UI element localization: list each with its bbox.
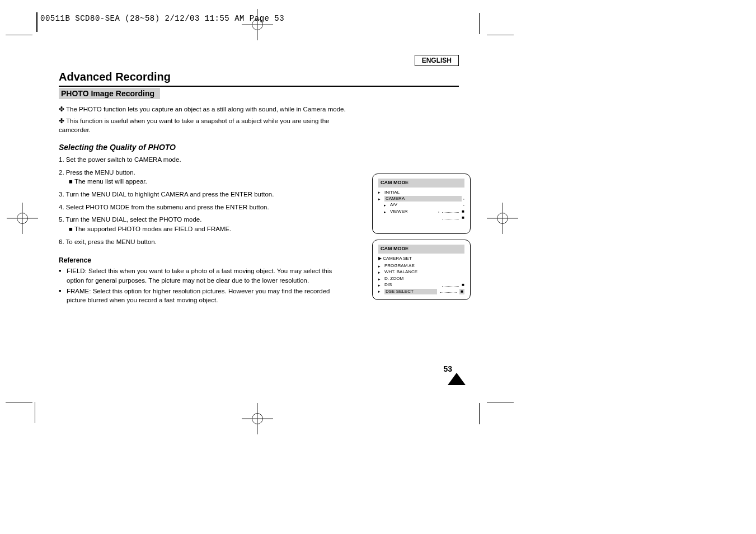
osd-row-label: INITIAL [384,190,464,195]
pointer-icon: ▸ [378,196,383,202]
reference-item: FIELD: Select this when you want to take… [59,266,350,285]
osd-row-label: WHT. BALANCE [384,269,464,275]
step-note: ■ The menu list will appear. [59,177,341,186]
subsection-title: PHOTO Image Recording [59,88,160,99]
pointer-icon: ▸ [384,209,388,214]
osd-row-label: DIS [384,282,439,288]
registration-mark-icon [487,203,518,234]
registration-mark-icon [242,9,273,40]
osd-panel-2: CAM MODE ▶ CAMERA SET ▸PROGRAM AE ▸WHT. … [372,240,471,300]
step-item: 3. Turn the MENU DIAL to highlight CAMER… [59,190,341,199]
osd-row-label: PROGRAM AE [384,263,464,269]
page-number: 53 [443,364,452,373]
crop-mark [487,35,514,35]
crop-mark [479,13,480,34]
crop-mark [487,402,514,402]
intro-item: ✤ This function is useful when you want … [59,116,350,135]
reference-list: FIELD: Select this when you want to take… [59,266,350,305]
step-note: ■ The supported PHOTO modes are FIELD an… [59,224,341,234]
osd-row-label: D. ZOOM [384,276,464,282]
osd-panel-1: CAM MODE ▸INITIAL ▸CAMERA ◦ ▸A/V◦ ▸VIEWE… [372,174,471,234]
osd-row-label: CAMERA [384,196,462,202]
osd-row-label: A/V [390,202,462,208]
osd-row-label: VIEWER [390,209,436,214]
crop-mark [6,402,32,402]
registration-mark-icon [7,203,38,234]
registration-mark-icon [242,403,273,434]
crop-mark [479,403,480,424]
step-item: 2. Press the MENU button. ■ The menu lis… [59,168,341,186]
pointer-icon: ▸ [378,277,383,282]
step-item: 6. To exit, press the MENU button. [59,237,341,247]
crop-mark [6,35,32,35]
intro-item: ✤ The PHOTO function lets you capture an… [59,105,350,114]
page-corner-icon [448,373,466,385]
step-item: 5. Turn the MENU DIAL, select the PHOTO … [59,215,341,233]
pointer-icon: ▸ [378,264,383,269]
osd-row-value: ■ [462,282,464,288]
osd-panel-header: CAM MODE [378,179,464,188]
section-title: Advanced Recording [59,71,459,87]
pointer-icon: ▸ [378,190,383,195]
crop-mark [35,402,35,423]
steps-list: 1. Set the power switch to CAMERA mode. … [59,155,341,246]
step-item: 1. Set the power switch to CAMERA mode. [59,155,341,165]
pointer-icon: ▸ [384,203,388,208]
step-item: 4. Select PHOTO MODE from the submenu an… [59,203,341,212]
osd-row-label: DSE SELECT [384,289,437,294]
osd-panel-header: CAM MODE [378,245,464,254]
feature-title: Selecting the Quality of PHOTO [59,143,459,152]
language-label: ENGLISH [415,55,459,66]
pointer-icon: ▸ [378,270,383,275]
intro-list: ✤ The PHOTO function lets you capture an… [59,105,350,135]
osd-subheader: ▶ CAMERA SET [378,256,464,261]
osd-row-value: ■ [459,289,464,294]
osd-row-value: ■ [462,215,464,221]
pointer-icon: ▸ [378,289,383,294]
osd-row-value: ■ [462,209,464,214]
pointer-icon: ▸ [378,283,383,288]
reference-item: FRAME: Select this option for higher res… [59,287,350,305]
